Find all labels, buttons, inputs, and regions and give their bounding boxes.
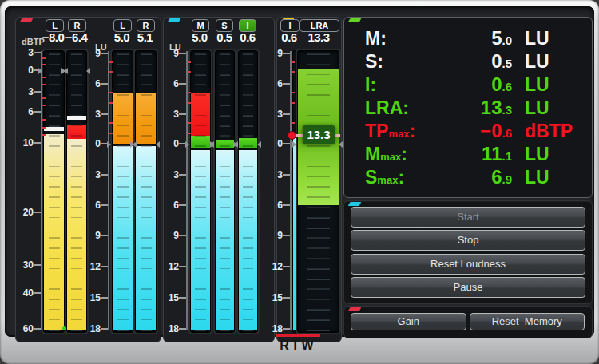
s-value: 0.5 bbox=[212, 30, 237, 45]
scale-minor-tick bbox=[188, 92, 191, 93]
meter-scale-dots bbox=[49, 53, 60, 332]
status-led bbox=[62, 326, 66, 330]
scale-tick bbox=[283, 143, 290, 144]
scale-minor-tick bbox=[42, 77, 46, 78]
lra-marker-value: 13.3 bbox=[303, 125, 335, 144]
panel-color-tab bbox=[20, 18, 34, 22]
readout-value: 13.3 bbox=[481, 97, 512, 119]
scale-tick-label: 60 bbox=[11, 323, 34, 334]
m-value: 5.0 bbox=[187, 30, 212, 45]
scale-tick-label: 15 bbox=[157, 292, 179, 303]
readout-rows: M:5.0LUS:0.5LUI:0.6LULRA:13.3LUTPmax:−0.… bbox=[365, 27, 584, 188]
scale-tick-label: 12 bbox=[260, 261, 283, 272]
readout-row: I:0.6LU bbox=[365, 73, 584, 95]
scale-tick-label: 3 bbox=[260, 109, 283, 120]
zero-notch bbox=[130, 141, 134, 148]
readout-label-subscript: max bbox=[380, 151, 401, 163]
zero-notch bbox=[61, 68, 65, 74]
scale-tick bbox=[34, 111, 41, 113]
scale-tick bbox=[283, 235, 290, 236]
scale-tick bbox=[179, 235, 186, 236]
reset-memory-button[interactable]: Reset Memory bbox=[470, 313, 585, 330]
zero-notch bbox=[107, 141, 111, 148]
transport-panel: StartStopReset LoudnessPause bbox=[343, 200, 593, 304]
lra-marker-dot bbox=[288, 131, 296, 140]
readout-label: M: bbox=[365, 28, 387, 49]
zero-notch bbox=[38, 68, 42, 74]
lu-meter-bar-left bbox=[112, 50, 133, 333]
scale-tick-label: 12 bbox=[157, 261, 179, 272]
scale-tick-label: 30 bbox=[11, 259, 34, 271]
scale-minor-tick bbox=[109, 102, 113, 104]
scale-tick bbox=[34, 52, 41, 53]
scale-minor-tick bbox=[109, 92, 113, 93]
reset-loudness-button[interactable]: Reset Loudness bbox=[351, 254, 585, 275]
readout-label: LRA: bbox=[365, 97, 409, 119]
scale-tick-label: 6 bbox=[11, 106, 34, 117]
scale-tick bbox=[101, 266, 108, 267]
memory-panel: GainReset Memory bbox=[343, 306, 593, 338]
meter-scale-dots bbox=[141, 53, 152, 332]
scale-minor-tick bbox=[188, 122, 191, 124]
meter-scale-dots bbox=[195, 53, 205, 332]
scale-tick bbox=[179, 113, 186, 115]
scale-minor-tick bbox=[292, 92, 295, 93]
scale-minor-tick bbox=[109, 71, 113, 73]
momentary-meter-bar bbox=[190, 50, 211, 333]
scale-tick-label: 3 bbox=[260, 169, 283, 180]
scale-minor-tick bbox=[292, 71, 295, 73]
i-value: 0.6 bbox=[278, 30, 300, 45]
scale-tick-label: 9 bbox=[157, 48, 179, 59]
lu-meter-bar-right bbox=[135, 50, 157, 333]
panel-color-tab bbox=[348, 18, 362, 22]
readout-unit: LU bbox=[525, 51, 584, 73]
readout-label: S: bbox=[365, 51, 383, 73]
scale-tick bbox=[179, 328, 186, 330]
zero-notch bbox=[233, 141, 237, 148]
scale-tick bbox=[34, 142, 41, 144]
readout-row: Mmax:11.1LU bbox=[365, 143, 584, 164]
loudness-readout-panel: M:5.0LUS:0.5LUI:0.6LULRA:13.3LUTPmax:−0.… bbox=[343, 17, 593, 198]
lra-range-bar bbox=[297, 50, 339, 333]
pause-button[interactable]: Pause bbox=[351, 277, 585, 298]
scale-tick bbox=[283, 113, 290, 115]
scale-tick bbox=[283, 266, 290, 267]
meter-scale-dots bbox=[307, 53, 330, 332]
readout-value: 6.9 bbox=[491, 166, 512, 188]
scale-tick bbox=[283, 53, 290, 54]
scale-tick bbox=[283, 297, 290, 299]
scale-tick-label: 6 bbox=[157, 78, 179, 89]
start-button[interactable]: Start bbox=[351, 207, 585, 228]
lra-value: 13.3 bbox=[300, 30, 338, 45]
scale-tick bbox=[179, 266, 186, 267]
scale-tick bbox=[34, 91, 41, 93]
stop-button[interactable]: Stop bbox=[351, 230, 585, 251]
scale-tick-label: 9 bbox=[260, 48, 283, 59]
truepeak-lu-meter-panel: dBTP L R −8.0 −6.4 LU L bbox=[15, 17, 161, 342]
zero-notch bbox=[86, 68, 90, 74]
scale-tick-label: 3 bbox=[157, 169, 179, 180]
scale-minor-tick bbox=[188, 61, 191, 63]
scale-minor-tick bbox=[292, 61, 295, 63]
gain-button[interactable]: Gain bbox=[351, 313, 466, 330]
scale-minor-tick bbox=[42, 134, 46, 136]
lra-meter-panel: I LRA 0.6 13.3 13.3 9630369121518 bbox=[276, 17, 342, 342]
rtw-loudness-meter-device: dBTP L R −8.0 −6.4 LU L bbox=[0, 0, 599, 364]
scale-tick bbox=[283, 174, 290, 176]
zero-notch bbox=[185, 141, 189, 148]
meter-screen: dBTP L R −8.0 −6.4 LU L bbox=[5, 6, 594, 337]
scale-tick-label: 15 bbox=[260, 292, 283, 303]
scale-tick-label: 3 bbox=[157, 109, 179, 120]
scale-tick-label: 18 bbox=[260, 323, 283, 334]
panel-color-tab bbox=[348, 202, 362, 206]
truepeak-meter-bar-right bbox=[66, 50, 87, 333]
rtw-logo: RTW bbox=[258, 338, 338, 353]
panel-color-tab bbox=[168, 18, 181, 22]
scale-tick bbox=[101, 204, 108, 206]
transport-button-stack: StartStopReset LoudnessPause bbox=[351, 207, 585, 298]
shortterm-meter-bar bbox=[215, 50, 235, 333]
readout-unit: LU bbox=[525, 28, 584, 49]
zero-notch bbox=[292, 141, 296, 148]
scale-tick bbox=[34, 264, 41, 266]
readout-unit: LU bbox=[525, 167, 584, 188]
